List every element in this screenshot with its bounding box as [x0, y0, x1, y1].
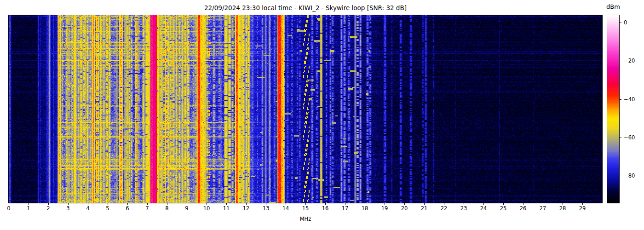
x-tick-label: 18 — [359, 205, 371, 212]
colorbar-unit-label: dBm — [604, 3, 622, 10]
x-tick-label: 0 — [3, 205, 15, 212]
x-tick-label: 1 — [23, 205, 34, 212]
x-tick-label: 28 — [557, 205, 569, 212]
colorbar — [607, 15, 620, 203]
x-tick-mark — [266, 203, 266, 205]
x-tick-label: 27 — [537, 205, 549, 212]
x-tick-label: 4 — [82, 205, 94, 212]
x-tick-mark — [582, 203, 583, 205]
colorbar-tick-label: −60 — [624, 135, 635, 141]
x-tick-label: 23 — [458, 205, 470, 212]
x-tick-mark — [108, 203, 108, 205]
x-tick-label: 24 — [477, 205, 489, 212]
x-tick-label: 21 — [418, 205, 430, 212]
x-tick-label: 26 — [517, 205, 529, 212]
x-tick-mark — [305, 203, 306, 205]
x-tick-label: 2 — [42, 205, 54, 212]
colorbar-tick-mark — [619, 138, 621, 138]
x-tick-mark — [543, 203, 543, 205]
x-tick-label: 13 — [260, 205, 272, 212]
x-tick-mark — [483, 203, 484, 205]
x-tick-label: 7 — [141, 205, 153, 212]
colorbar-tick-label: −20 — [624, 58, 635, 64]
x-tick-mark — [127, 203, 128, 205]
x-tick-mark — [345, 203, 345, 205]
colorbar-tick-mark — [619, 61, 621, 61]
x-tick-label: 22 — [438, 205, 450, 212]
x-tick-mark — [48, 203, 49, 205]
x-tick-label: 29 — [576, 205, 588, 212]
x-tick-mark — [88, 203, 88, 205]
x-tick-mark — [365, 203, 365, 205]
x-tick-mark — [464, 203, 464, 205]
x-tick-mark — [424, 203, 425, 205]
x-tick-mark — [523, 203, 523, 205]
x-tick-mark — [385, 203, 385, 205]
x-tick-mark — [503, 203, 504, 205]
x-tick-label: 8 — [161, 205, 173, 212]
x-tick-label: 9 — [181, 205, 193, 212]
x-tick-mark — [68, 203, 69, 205]
x-tick-label: 16 — [319, 205, 331, 212]
x-tick-mark — [167, 203, 167, 205]
colorbar-tick-label: −80 — [624, 173, 635, 179]
x-tick-mark — [9, 203, 9, 205]
x-tick-mark — [286, 203, 286, 205]
x-tick-mark — [246, 203, 247, 205]
x-tick-mark — [207, 203, 207, 205]
x-tick-mark — [147, 203, 148, 205]
waterfall-plot — [8, 15, 603, 203]
colorbar-tick-mark — [619, 99, 621, 100]
x-tick-mark — [444, 203, 444, 205]
x-tick-mark — [187, 203, 187, 205]
colorbar-tick-label: 0 — [624, 20, 627, 26]
colorbar-tick-label: −40 — [624, 97, 635, 103]
x-tick-label: 17 — [339, 205, 351, 212]
colorbar-tick-mark — [619, 176, 621, 176]
x-tick-mark — [404, 203, 405, 205]
x-tick-label: 10 — [201, 205, 213, 212]
colorbar-tick-mark — [619, 23, 621, 23]
x-tick-label: 25 — [497, 205, 509, 212]
x-tick-label: 12 — [240, 205, 252, 212]
x-tick-label: 19 — [379, 205, 391, 212]
x-tick-mark — [563, 203, 563, 205]
x-tick-label: 14 — [280, 205, 292, 212]
x-tick-mark — [325, 203, 326, 205]
x-tick-label: 5 — [102, 205, 114, 212]
colorbar-canvas — [607, 15, 619, 203]
x-tick-label: 6 — [121, 205, 133, 212]
waterfall-canvas — [9, 15, 602, 203]
x-tick-label: 20 — [398, 205, 410, 212]
chart-title: 22/09/2024 23:30 local time - KIWI_2 - S… — [9, 4, 602, 12]
x-tick-label: 15 — [299, 205, 311, 212]
x-tick-mark — [226, 203, 227, 205]
spectrogram-page: 22/09/2024 23:30 local time - KIWI_2 - S… — [0, 0, 644, 230]
x-axis-label: MHz — [9, 216, 602, 222]
x-tick-mark — [29, 203, 29, 205]
x-tick-label: 3 — [62, 205, 74, 212]
x-tick-label: 11 — [220, 205, 232, 212]
